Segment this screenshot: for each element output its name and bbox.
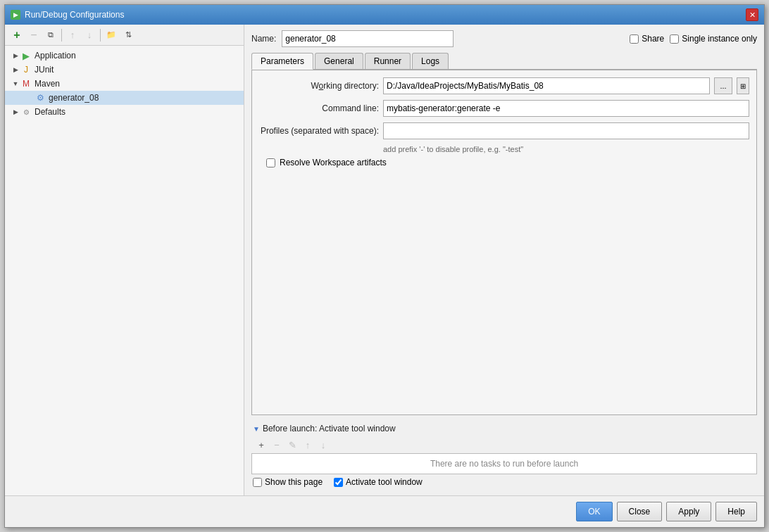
before-launch-down-button[interactable]: ↓ bbox=[316, 438, 330, 452]
before-launch-add-button[interactable]: + bbox=[254, 438, 268, 452]
toolbar-sep-2 bbox=[100, 29, 101, 42]
tree-label-generator08: generator_08 bbox=[49, 93, 99, 103]
close-button[interactable]: Close bbox=[617, 502, 663, 521]
icon-generator08: ⚙ bbox=[35, 92, 46, 103]
run-debug-dialog: ▶ Run/Debug Configurations ✕ + − ⧉ ↑ ↓ 📁… bbox=[4, 4, 765, 528]
tab-content-parameters: Working directory: ... ⊞ Command line: P… bbox=[251, 70, 757, 415]
before-launch-toolbar: + − ✎ ↑ ↓ bbox=[251, 436, 757, 453]
activate-tool-checkbox[interactable] bbox=[334, 478, 343, 487]
no-tasks-text: There are no tasks to run before launch bbox=[430, 459, 578, 469]
tab-runner[interactable]: Runner bbox=[365, 53, 411, 69]
title-bar: ▶ Run/Debug Configurations ✕ bbox=[5, 5, 764, 25]
before-launch-section: ▼ Before launch: Activate tool window + … bbox=[251, 421, 757, 490]
command-line-input[interactable] bbox=[383, 100, 749, 117]
before-launch-options: Show this page Activate tool window bbox=[251, 474, 757, 490]
resolve-workspace-row: Resolve Workspace artifacts bbox=[266, 158, 749, 167]
profiles-input[interactable] bbox=[383, 122, 749, 139]
arrow-application: ▶ bbox=[11, 51, 20, 61]
dialog-title: Run/Debug Configurations bbox=[25, 10, 124, 20]
show-page-checkbox[interactable] bbox=[253, 478, 262, 487]
name-input[interactable] bbox=[282, 30, 454, 47]
activate-tool-label: Activate tool window bbox=[346, 477, 423, 487]
apply-button[interactable]: Apply bbox=[666, 502, 711, 521]
icon-application: ▶ bbox=[20, 50, 32, 61]
activate-tool-option[interactable]: Activate tool window bbox=[334, 477, 423, 487]
name-label: Name: bbox=[251, 34, 276, 44]
left-panel: + − ⧉ ↑ ↓ 📁 ⇅ ▶ ▶ Application bbox=[5, 25, 244, 495]
ok-button[interactable]: OK bbox=[576, 502, 612, 521]
tree-item-junit[interactable]: ▶ J JUnit bbox=[5, 63, 244, 77]
arrow-junit: ▶ bbox=[11, 65, 20, 75]
command-line-row: Command line: bbox=[259, 100, 749, 117]
before-launch-title: Before launch: Activate tool window bbox=[263, 424, 396, 433]
resolve-workspace-checkbox[interactable] bbox=[266, 158, 275, 167]
before-launch-list: There are no tasks to run before launch bbox=[251, 453, 757, 474]
before-launch-edit-button[interactable]: ✎ bbox=[285, 438, 299, 452]
profiles-row: Profiles (separated with space): bbox=[259, 122, 749, 139]
tab-logs[interactable]: Logs bbox=[412, 53, 449, 69]
share-checkbox[interactable] bbox=[630, 34, 639, 44]
tree-label-junit: JUnit bbox=[35, 65, 54, 75]
profiles-hint: add prefix '-' to disable profile, e.g. … bbox=[383, 145, 749, 153]
tree-label-defaults: Defaults bbox=[35, 107, 65, 117]
copy-config-button[interactable]: ⧉ bbox=[43, 27, 58, 43]
before-launch-arrow[interactable]: ▼ bbox=[253, 425, 260, 433]
config-tree[interactable]: ▶ ▶ Application ▶ J JUnit ▼ M Maven bbox=[5, 46, 244, 495]
close-window-button[interactable]: ✕ bbox=[746, 8, 758, 21]
move-down-button[interactable]: ↓ bbox=[82, 27, 97, 43]
icon-defaults: ⚙ bbox=[20, 106, 32, 118]
add-config-button[interactable]: + bbox=[9, 27, 25, 43]
left-toolbar: + − ⧉ ↑ ↓ 📁 ⇅ bbox=[5, 25, 244, 46]
remove-config-button[interactable]: − bbox=[26, 27, 42, 43]
name-share-row: Name: Share Single instance only bbox=[251, 30, 757, 47]
arrow-maven: ▼ bbox=[11, 79, 20, 89]
show-page-label: Show this page bbox=[265, 477, 323, 487]
show-page-option[interactable]: Show this page bbox=[253, 477, 323, 487]
single-instance-label[interactable]: Single instance only bbox=[670, 34, 757, 44]
expand-working-dir-button[interactable]: ⊞ bbox=[737, 77, 749, 94]
before-launch-remove-button[interactable]: − bbox=[270, 438, 284, 452]
tree-item-application[interactable]: ▶ ▶ Application bbox=[5, 49, 244, 63]
toolbar-sep-1 bbox=[61, 29, 62, 42]
tree-item-defaults[interactable]: ▶ ⚙ Defaults bbox=[5, 105, 244, 119]
bottom-bar: OK Close Apply Help bbox=[5, 495, 764, 527]
arrow-defaults: ▶ bbox=[11, 107, 20, 117]
tabs-container: Parameters General Runner Logs bbox=[251, 53, 757, 70]
move-up-button[interactable]: ↑ bbox=[65, 27, 80, 43]
share-label[interactable]: Share bbox=[630, 34, 664, 44]
tab-general[interactable]: General bbox=[315, 53, 363, 69]
before-launch-up-button[interactable]: ↑ bbox=[301, 438, 315, 452]
command-line-label: Command line: bbox=[259, 103, 379, 113]
browse-working-dir-button[interactable]: ... bbox=[714, 77, 732, 94]
single-instance-checkbox[interactable] bbox=[670, 34, 679, 44]
folder-button[interactable]: 📁 bbox=[104, 27, 119, 43]
resolve-workspace-label[interactable]: Resolve Workspace artifacts bbox=[280, 158, 387, 167]
working-directory-row: Working directory: ... ⊞ bbox=[259, 77, 749, 94]
profiles-label: Profiles (separated with space): bbox=[259, 126, 379, 136]
icon-maven: M bbox=[20, 78, 32, 89]
icon-junit: J bbox=[20, 64, 32, 75]
sort-button[interactable]: ⇅ bbox=[120, 27, 136, 43]
main-content: + − ⧉ ↑ ↓ 📁 ⇅ ▶ ▶ Application bbox=[5, 25, 764, 495]
help-button[interactable]: Help bbox=[715, 502, 757, 521]
dialog-icon: ▶ bbox=[11, 10, 20, 20]
tree-item-maven[interactable]: ▼ M Maven bbox=[5, 77, 244, 91]
tree-label-maven: Maven bbox=[35, 79, 60, 89]
title-bar-left: ▶ Run/Debug Configurations bbox=[11, 10, 124, 20]
working-directory-input[interactable] bbox=[383, 77, 710, 94]
before-launch-header: ▼ Before launch: Activate tool window bbox=[251, 421, 757, 436]
tab-parameters[interactable]: Parameters bbox=[251, 53, 313, 70]
tree-item-generator08[interactable]: ▶ ⚙ generator_08 bbox=[5, 91, 244, 105]
right-panel: Name: Share Single instance only Paramet… bbox=[244, 25, 764, 495]
working-directory-label: Working directory: bbox=[259, 81, 379, 91]
tree-label-application: Application bbox=[35, 51, 76, 61]
